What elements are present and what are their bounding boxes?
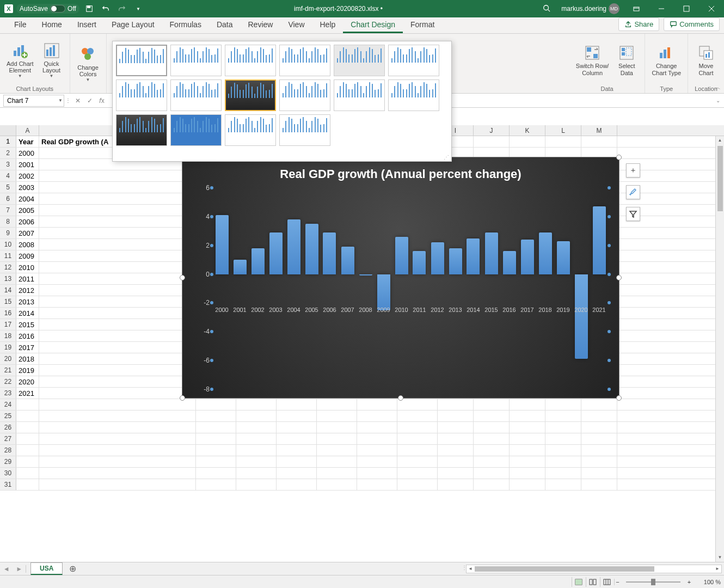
tab-help[interactable]: Help — [312, 17, 343, 33]
zoom-level[interactable]: 100 % — [694, 579, 721, 585]
cell[interactable] — [236, 479, 277, 490]
cell[interactable] — [236, 433, 277, 444]
row-header[interactable]: 21 — [0, 365, 16, 376]
chart-style-thumb[interactable] — [334, 79, 385, 111]
zoom-in-icon[interactable]: + — [686, 579, 692, 585]
chart-style-thumb[interactable] — [225, 45, 276, 76]
cell[interactable]: 2001 — [16, 159, 39, 170]
cell[interactable] — [16, 468, 39, 479]
add-chart-element-button[interactable]: Add Chart Element ▼ — [4, 36, 36, 84]
autosave-toggle[interactable]: AutoSave Off — [16, 4, 79, 14]
cell[interactable] — [236, 445, 277, 456]
cell[interactable] — [397, 422, 438, 433]
comments-button[interactable]: Comments — [664, 17, 720, 31]
fx-icon[interactable]: fx — [96, 95, 108, 107]
cell[interactable] — [357, 422, 397, 433]
select-data-button[interactable]: Select Data — [613, 36, 640, 84]
row-header[interactable]: 9 — [0, 228, 16, 238]
chart-style-thumb[interactable] — [279, 45, 330, 76]
cell[interactable] — [39, 285, 196, 296]
row-header[interactable]: 26 — [0, 422, 16, 433]
cell[interactable] — [474, 456, 510, 467]
cell[interactable] — [317, 422, 357, 433]
row-header[interactable]: 17 — [0, 319, 16, 330]
cell[interactable] — [581, 399, 617, 410]
cell[interactable] — [510, 456, 545, 467]
search-icon[interactable] — [532, 4, 561, 14]
chevron-down-icon[interactable]: ▼ — [58, 98, 63, 103]
row-header[interactable]: 27 — [0, 433, 16, 444]
cell[interactable]: 2015 — [16, 319, 39, 330]
col-header[interactable]: K — [510, 125, 545, 136]
cell[interactable]: 2005 — [16, 205, 39, 216]
bar[interactable] — [593, 206, 606, 274]
cell[interactable] — [196, 411, 236, 421]
row-header[interactable]: 24 — [0, 399, 16, 410]
cell[interactable] — [474, 479, 510, 490]
row-header[interactable]: 11 — [0, 250, 16, 261]
cell[interactable] — [39, 353, 196, 364]
cell[interactable] — [438, 468, 474, 479]
cell[interactable] — [196, 399, 236, 410]
tab-insert[interactable]: Insert — [70, 17, 104, 33]
cell[interactable]: 2012 — [16, 285, 39, 296]
cell[interactable] — [397, 399, 438, 410]
cell[interactable] — [510, 136, 545, 147]
scroll-thumb[interactable] — [475, 566, 654, 572]
row-header[interactable]: 30 — [0, 468, 16, 479]
cell[interactable] — [581, 445, 617, 456]
cell[interactable] — [545, 445, 581, 456]
bar[interactable] — [359, 274, 372, 276]
resize-handle[interactable] — [616, 275, 622, 280]
close-icon[interactable] — [699, 0, 724, 17]
row-header[interactable]: 12 — [0, 262, 16, 273]
cell[interactable]: 2021 — [16, 388, 39, 399]
tab-review[interactable]: Review — [241, 17, 281, 33]
horizontal-scrollbar[interactable]: ◄ ► — [466, 565, 722, 573]
bar[interactable] — [341, 247, 354, 274]
cell[interactable] — [236, 468, 277, 479]
row-header[interactable]: 13 — [0, 273, 16, 284]
cell[interactable] — [16, 411, 39, 421]
undo-icon[interactable] — [99, 2, 112, 15]
cell[interactable] — [438, 433, 474, 444]
cell[interactable] — [39, 411, 196, 421]
normal-view-icon[interactable] — [572, 577, 585, 587]
cell[interactable] — [39, 445, 196, 456]
sheet-nav[interactable]: ◄ ► — [0, 565, 26, 573]
new-sheet-button[interactable]: ⊕ — [66, 562, 79, 575]
cell[interactable]: 2004 — [16, 193, 39, 204]
cell[interactable] — [510, 411, 545, 421]
row-header[interactable]: 5 — [0, 182, 16, 193]
cell[interactable]: 2003 — [16, 182, 39, 193]
cell[interactable] — [397, 411, 438, 421]
cell[interactable] — [39, 376, 196, 387]
row-header[interactable]: 23 — [0, 388, 16, 399]
bar[interactable] — [485, 232, 498, 274]
cell[interactable]: 2017 — [16, 342, 39, 353]
cell[interactable] — [39, 422, 196, 433]
cell[interactable] — [39, 342, 196, 353]
cell[interactable] — [510, 433, 545, 444]
cell[interactable] — [39, 170, 196, 181]
row-header[interactable]: 4 — [0, 170, 16, 181]
cell[interactable] — [474, 468, 510, 479]
cell[interactable] — [277, 411, 317, 421]
cell[interactable]: 2010 — [16, 262, 39, 273]
cell[interactable] — [39, 250, 196, 261]
chart-style-thumb[interactable] — [116, 45, 167, 76]
cell[interactable] — [196, 433, 236, 444]
user-avatar[interactable]: MD — [609, 3, 619, 14]
cell[interactable] — [196, 479, 236, 490]
cell[interactable] — [277, 468, 317, 479]
name-box[interactable]: Chart 7 ▼ — [3, 95, 64, 107]
bar[interactable] — [557, 241, 570, 274]
cell[interactable]: 2002 — [16, 170, 39, 181]
tab-data[interactable]: Data — [209, 17, 241, 33]
cell[interactable] — [16, 479, 39, 490]
row-header[interactable]: 16 — [0, 308, 16, 318]
cell[interactable] — [16, 456, 39, 467]
zoom-slider[interactable] — [626, 581, 680, 583]
cell[interactable] — [545, 399, 581, 410]
col-header[interactable]: J — [474, 125, 510, 136]
